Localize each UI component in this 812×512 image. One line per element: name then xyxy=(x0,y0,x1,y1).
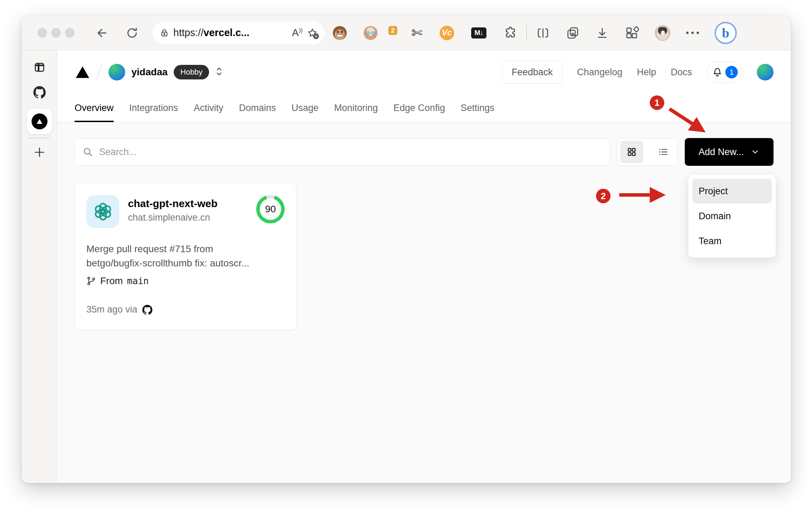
tab-monitoring[interactable]: Monitoring xyxy=(334,94,378,122)
vertical-tabs-sidebar xyxy=(22,50,57,483)
breadcrumb-slash xyxy=(96,65,102,80)
vercel-logo-icon[interactable] xyxy=(75,65,90,79)
tab-vercel-active[interactable] xyxy=(27,109,52,134)
branch-label: From xyxy=(100,275,123,287)
commit-message: Merge pull request #715 from betgo/bugfi… xyxy=(86,242,285,271)
dropdown-item-domain[interactable]: Domain xyxy=(692,204,772,229)
project-logo xyxy=(86,195,119,228)
extensions-menu-button[interactable] xyxy=(503,26,517,40)
split-screen-button[interactable] xyxy=(536,26,550,40)
annotation-step-1: 1 xyxy=(650,95,664,110)
project-card[interactable]: chat-gpt-next-web chat.simplenaive.cn 90… xyxy=(75,183,296,330)
add-new-label: Add New... xyxy=(699,147,744,157)
clipper-extension-icon[interactable]: ✄ xyxy=(412,26,423,40)
user-avatar[interactable] xyxy=(757,64,774,80)
traffic-lights[interactable] xyxy=(37,28,75,37)
search-input[interactable] xyxy=(99,147,602,157)
downloads-button[interactable] xyxy=(596,26,609,40)
plan-badge: Hobby xyxy=(174,65,209,79)
apps-button[interactable] xyxy=(624,26,639,40)
team-avatar[interactable] xyxy=(109,64,125,80)
dashboard-body: Add New... xyxy=(57,122,791,483)
bing-chat-button[interactable]: b xyxy=(715,22,737,44)
toolbar-divider xyxy=(526,25,527,41)
dashboard-header: yidadaa Hobby Feedback Changelog Help Do… xyxy=(57,50,791,122)
dropdown-item-project[interactable]: Project xyxy=(692,179,772,204)
browser-titlebar: https://vercel.c... A)) + 2 ✄ Vc M↓ xyxy=(22,16,791,50)
github-icon xyxy=(32,85,47,100)
project-domain[interactable]: chat.simplenaive.cn xyxy=(128,212,217,223)
search-icon xyxy=(83,147,93,157)
sidebar-panel-icon xyxy=(34,61,45,73)
deployed-text: 35m ago via xyxy=(86,304,137,315)
back-arrow-icon xyxy=(96,27,109,39)
browser-actions-row: b xyxy=(536,22,737,44)
notification-count-badge: 1 xyxy=(725,66,738,78)
vc-extension-icon[interactable]: Vc xyxy=(440,26,454,40)
add-new-dropdown: Project Domain Team xyxy=(688,174,776,258)
team-switcher-button[interactable] xyxy=(215,66,224,78)
score-value: 90 xyxy=(260,198,281,220)
project-search[interactable] xyxy=(75,138,610,166)
split-screen-icon xyxy=(536,26,550,40)
tab-activity[interactable]: Activity xyxy=(194,94,224,122)
openai-logo-icon xyxy=(93,202,113,222)
view-toggle xyxy=(617,138,678,166)
tab-integrations[interactable]: Integrations xyxy=(129,94,178,122)
chevron-up-down-icon xyxy=(215,66,224,77)
git-branch-icon xyxy=(86,276,96,286)
puzzle-icon xyxy=(503,26,517,40)
notifications-button[interactable]: 1 xyxy=(707,61,742,83)
lock-icon xyxy=(160,28,169,38)
markdown-extension-icon[interactable]: M↓ xyxy=(471,27,486,39)
deployment-time-row: 35m ago via xyxy=(86,304,285,316)
docs-link[interactable]: Docs xyxy=(671,67,692,78)
branch-row: From main xyxy=(86,275,285,287)
github-icon xyxy=(141,304,153,316)
collections-button[interactable] xyxy=(565,26,580,40)
reader-mode-icon[interactable]: A)) xyxy=(292,27,303,39)
zoom-window-button[interactable] xyxy=(65,28,75,37)
project-name[interactable]: chat-gpt-next-web xyxy=(128,198,217,210)
dropdown-item-team[interactable]: Team xyxy=(692,229,772,254)
add-new-button[interactable]: Add New... xyxy=(685,138,774,166)
reload-button[interactable] xyxy=(126,27,138,39)
tab-domains[interactable]: Domains xyxy=(239,94,276,122)
browser-window: https://vercel.c... A)) + 2 ✄ Vc M↓ xyxy=(22,16,791,483)
feedback-button[interactable]: Feedback xyxy=(502,61,563,84)
browser-profile-avatar[interactable] xyxy=(655,25,671,41)
tab-overview[interactable]: Overview xyxy=(75,94,114,122)
plus-icon xyxy=(33,146,46,159)
tab-usage[interactable]: Usage xyxy=(292,94,319,122)
address-bar[interactable]: https://vercel.c... A)) + xyxy=(153,22,325,44)
minimize-window-button[interactable] xyxy=(51,28,61,37)
bell-icon xyxy=(712,67,722,77)
list-view-icon xyxy=(658,146,669,157)
translator-extension-icon[interactable] xyxy=(364,26,378,40)
tab-edge-config[interactable]: Edge Config xyxy=(394,94,445,122)
collections-icon xyxy=(565,26,580,40)
new-tab-button[interactable] xyxy=(33,146,46,159)
team-name[interactable]: yidadaa xyxy=(131,67,167,78)
close-window-button[interactable] xyxy=(37,28,47,37)
dashboard-tabs: Overview Integrations Activity Domains U… xyxy=(57,94,791,122)
sidebar-toggle-button[interactable] xyxy=(34,61,45,73)
grid-view-button[interactable] xyxy=(620,141,643,163)
vercel-triangle-icon xyxy=(35,117,44,126)
vercel-page: yidadaa Hobby Feedback Changelog Help Do… xyxy=(57,50,791,483)
help-link[interactable]: Help xyxy=(637,67,656,78)
tab-settings[interactable]: Settings xyxy=(460,94,494,122)
changelog-link[interactable]: Changelog xyxy=(577,67,622,78)
url-text: https://vercel.c... xyxy=(173,27,249,39)
list-view-button[interactable] xyxy=(652,141,675,163)
tampermonkey-extension-icon[interactable] xyxy=(333,26,347,40)
tab-github[interactable] xyxy=(32,85,47,100)
extension-count-badge: 2 xyxy=(388,26,397,35)
add-favorite-button[interactable]: + xyxy=(307,28,318,38)
more-menu-button[interactable] xyxy=(686,32,699,34)
back-button[interactable] xyxy=(96,27,109,39)
chevron-down-icon xyxy=(751,147,760,156)
reload-icon xyxy=(126,27,138,39)
grid-view-icon xyxy=(627,147,637,157)
annotation-step-2: 2 xyxy=(596,189,611,203)
